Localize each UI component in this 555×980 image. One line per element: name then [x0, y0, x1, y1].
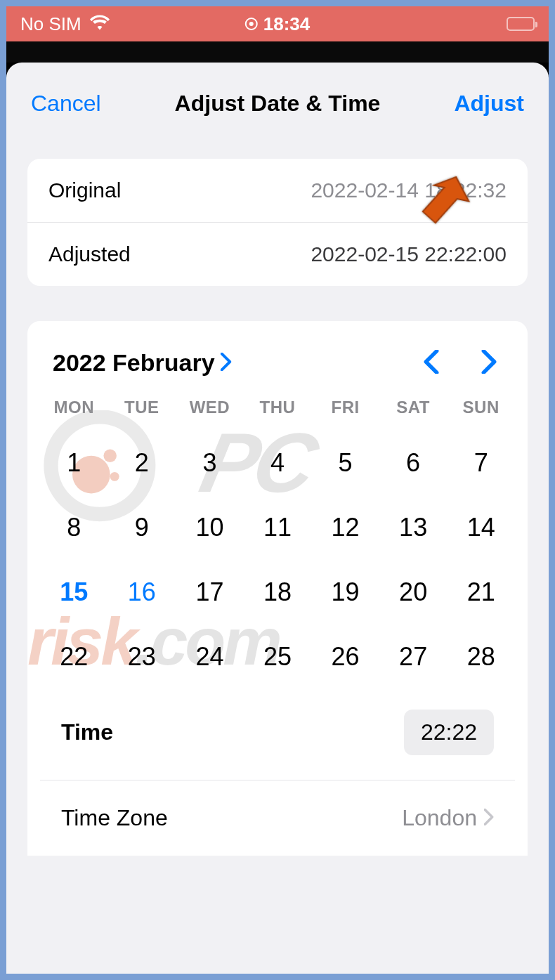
calendar-day[interactable]: 6: [379, 445, 448, 481]
annotation-arrow-icon: [401, 168, 471, 238]
chevron-right-icon: [484, 805, 494, 831]
prev-month-button[interactable]: [424, 350, 439, 377]
calendar-day[interactable]: 9: [108, 510, 176, 545]
time-picker-button[interactable]: 22:22: [404, 710, 494, 755]
calendar-day[interactable]: 21: [447, 575, 515, 610]
weekday-label: FRI: [311, 398, 379, 417]
calendar-day[interactable]: 1: [40, 445, 108, 481]
calendar-day[interactable]: 3: [176, 445, 244, 481]
calendar-day[interactable]: 25: [244, 639, 312, 674]
adjust-button[interactable]: Adjust: [454, 91, 524, 117]
weekday-label: SUN: [447, 398, 515, 417]
calendar-day[interactable]: 2: [108, 445, 176, 481]
timezone-row[interactable]: Time Zone London: [40, 780, 515, 838]
calendar-day[interactable]: 14: [447, 510, 515, 545]
calendar-day[interactable]: 13: [379, 510, 448, 545]
weekday-label: TUE: [108, 398, 176, 417]
calendar-day[interactable]: 18: [244, 575, 312, 610]
calendar-day[interactable]: 15: [40, 575, 108, 610]
battery-icon: [507, 17, 535, 31]
calendar-day[interactable]: 24: [176, 639, 244, 674]
calendar-day[interactable]: 19: [311, 575, 379, 610]
weekday-label: SAT: [379, 398, 448, 417]
cancel-button[interactable]: Cancel: [31, 91, 101, 117]
chevron-right-icon: [221, 349, 232, 377]
calendar-day[interactable]: 8: [40, 510, 108, 545]
calendar-day[interactable]: 17: [176, 575, 244, 610]
status-bar: No SIM 18:34: [6, 6, 549, 41]
weekday-label: MON: [40, 398, 108, 417]
adjusted-value: 2022-02-15 22:22:00: [311, 242, 507, 266]
adjusted-label: Adjusted: [48, 242, 131, 266]
carrier-label: No SIM: [20, 13, 81, 35]
timezone-value: London: [402, 805, 477, 831]
record-icon: [245, 18, 258, 30]
calendar-day[interactable]: 10: [176, 510, 244, 545]
original-label: Original: [48, 178, 121, 202]
calendar-card: 2022 February MONTUEWEDTHUFRISATSUN 1234…: [27, 321, 528, 856]
modal-sheet: PC risk.com Cancel Adjust Date & Time Ad…: [6, 63, 549, 974]
calendar-day[interactable]: 5: [311, 445, 379, 481]
weekday-label: WED: [176, 398, 244, 417]
calendar-day[interactable]: 7: [447, 445, 515, 481]
calendar-day[interactable]: 12: [311, 510, 379, 545]
calendar-day[interactable]: 11: [244, 510, 312, 545]
calendar-day[interactable]: 4: [244, 445, 312, 481]
clock-label: 18:34: [263, 13, 311, 35]
next-month-button[interactable]: [481, 350, 497, 377]
month-year-button[interactable]: 2022 February: [53, 349, 232, 377]
weekday-header: MONTUEWEDTHUFRISATSUN: [40, 398, 515, 426]
calendar-day[interactable]: 20: [379, 575, 448, 610]
calendar-day[interactable]: 26: [311, 639, 379, 674]
background-strip: [6, 41, 549, 63]
time-label: Time: [61, 719, 113, 745]
day-grid: 1234567891011121314151617181920212223242…: [40, 426, 515, 695]
modal-title: Adjust Date & Time: [175, 91, 381, 117]
calendar-day[interactable]: 16: [108, 575, 176, 610]
calendar-day[interactable]: 22: [40, 639, 108, 674]
month-year-label: 2022 February: [53, 349, 215, 377]
calendar-day[interactable]: 23: [108, 639, 176, 674]
weekday-label: THU: [244, 398, 312, 417]
calendar-day[interactable]: 28: [447, 639, 515, 674]
calendar-day[interactable]: 27: [379, 639, 448, 674]
timezone-label: Time Zone: [61, 805, 168, 831]
wifi-icon: [90, 13, 110, 35]
